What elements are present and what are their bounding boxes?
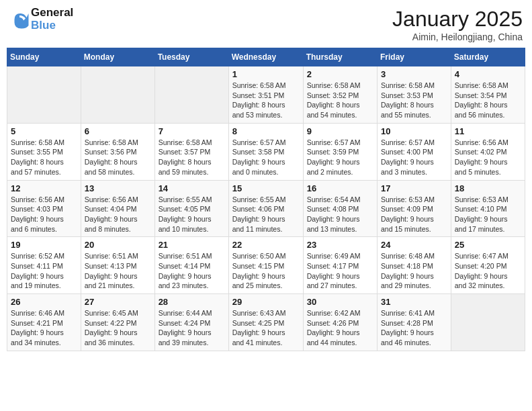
calendar-cell: 16Sunrise: 6:54 AM Sunset: 4:08 PM Dayli… (303, 180, 377, 237)
month-title: January 2025 (392, 7, 523, 32)
calendar-cell: 18Sunrise: 6:53 AM Sunset: 4:10 PM Dayli… (451, 180, 525, 237)
day-number: 9 (307, 126, 373, 136)
day-info: Sunrise: 6:54 AM Sunset: 4:08 PM Dayligh… (307, 195, 373, 234)
day-info: Sunrise: 6:52 AM Sunset: 4:11 PM Dayligh… (11, 251, 77, 291)
day-number: 24 (381, 240, 447, 250)
calendar-week-row: 19Sunrise: 6:52 AM Sunset: 4:11 PM Dayli… (7, 237, 525, 294)
calendar-cell (81, 66, 154, 124)
day-info: Sunrise: 6:55 AM Sunset: 4:06 PM Dayligh… (232, 195, 300, 234)
header-wednesday: Wednesday (228, 48, 303, 66)
calendar-week-row: 12Sunrise: 6:56 AM Sunset: 4:03 PM Dayli… (7, 180, 525, 237)
calendar-cell: 4Sunrise: 6:58 AM Sunset: 3:54 PM Daylig… (451, 66, 525, 124)
logo: General Blue (9, 7, 73, 32)
day-info: Sunrise: 6:58 AM Sunset: 3:54 PM Dayligh… (455, 81, 521, 120)
day-info: Sunrise: 6:58 AM Sunset: 3:52 PM Dayligh… (307, 81, 373, 120)
calendar-cell: 12Sunrise: 6:56 AM Sunset: 4:03 PM Dayli… (7, 180, 81, 237)
calendar-cell: 9Sunrise: 6:57 AM Sunset: 3:59 PM Daylig… (303, 123, 377, 180)
calendar-cell: 30Sunrise: 6:42 AM Sunset: 4:26 PM Dayli… (303, 294, 377, 351)
day-number: 8 (232, 126, 300, 136)
logo-text-line2: Blue (31, 19, 73, 32)
day-number: 19 (11, 240, 77, 250)
day-info: Sunrise: 6:56 AM Sunset: 4:03 PM Dayligh… (11, 195, 77, 234)
day-number: 1 (232, 69, 300, 79)
calendar-cell: 6Sunrise: 6:58 AM Sunset: 3:56 PM Daylig… (81, 123, 154, 180)
day-number: 26 (11, 297, 77, 307)
day-number: 2 (307, 69, 373, 79)
day-number: 12 (11, 183, 77, 193)
day-number: 4 (455, 69, 521, 79)
page-header: General Blue January 2025 Aimin, Heilong… (7, 7, 525, 42)
day-number: 27 (85, 297, 151, 307)
day-info: Sunrise: 6:58 AM Sunset: 3:51 PM Dayligh… (232, 81, 300, 120)
calendar-cell (451, 294, 525, 351)
day-info: Sunrise: 6:44 AM Sunset: 4:24 PM Dayligh… (159, 308, 225, 348)
day-number: 17 (381, 183, 447, 193)
day-number: 28 (159, 297, 225, 307)
header-tuesday: Tuesday (154, 48, 228, 66)
day-number: 23 (307, 240, 373, 250)
calendar-table: Sunday Monday Tuesday Wednesday Thursday… (7, 48, 525, 351)
day-info: Sunrise: 6:58 AM Sunset: 3:56 PM Dayligh… (85, 138, 151, 177)
day-info: Sunrise: 6:43 AM Sunset: 4:25 PM Dayligh… (232, 308, 300, 348)
calendar-cell: 24Sunrise: 6:48 AM Sunset: 4:18 PM Dayli… (378, 237, 451, 294)
day-info: Sunrise: 6:50 AM Sunset: 4:15 PM Dayligh… (232, 251, 300, 291)
calendar-cell: 2Sunrise: 6:58 AM Sunset: 3:52 PM Daylig… (303, 66, 377, 124)
calendar-cell: 10Sunrise: 6:57 AM Sunset: 4:00 PM Dayli… (378, 123, 451, 180)
calendar-cell: 23Sunrise: 6:49 AM Sunset: 4:17 PM Dayli… (303, 237, 377, 294)
calendar-cell (154, 66, 228, 124)
day-number: 6 (85, 126, 151, 136)
day-info: Sunrise: 6:46 AM Sunset: 4:21 PM Dayligh… (11, 308, 77, 348)
header-sunday: Sunday (7, 48, 81, 66)
calendar-cell: 19Sunrise: 6:52 AM Sunset: 4:11 PM Dayli… (7, 237, 81, 294)
calendar-cell: 5Sunrise: 6:58 AM Sunset: 3:55 PM Daylig… (7, 123, 81, 180)
day-info: Sunrise: 6:53 AM Sunset: 4:09 PM Dayligh… (381, 195, 447, 234)
day-number: 30 (307, 297, 373, 307)
day-info: Sunrise: 6:57 AM Sunset: 3:59 PM Dayligh… (307, 138, 373, 177)
day-info: Sunrise: 6:41 AM Sunset: 4:28 PM Dayligh… (381, 308, 447, 348)
day-info: Sunrise: 6:58 AM Sunset: 3:53 PM Dayligh… (381, 81, 447, 120)
calendar-cell: 7Sunrise: 6:58 AM Sunset: 3:57 PM Daylig… (154, 123, 228, 180)
header-thursday: Thursday (303, 48, 377, 66)
calendar-cell: 22Sunrise: 6:50 AM Sunset: 4:15 PM Dayli… (228, 237, 303, 294)
calendar-cell: 31Sunrise: 6:41 AM Sunset: 4:28 PM Dayli… (378, 294, 451, 351)
day-info: Sunrise: 6:51 AM Sunset: 4:14 PM Dayligh… (159, 251, 225, 291)
day-number: 7 (159, 126, 225, 136)
calendar-cell: 3Sunrise: 6:58 AM Sunset: 3:53 PM Daylig… (378, 66, 451, 124)
day-info: Sunrise: 6:55 AM Sunset: 4:05 PM Dayligh… (159, 195, 225, 234)
logo-icon (9, 9, 30, 30)
day-number: 22 (232, 240, 300, 250)
calendar-header-row: Sunday Monday Tuesday Wednesday Thursday… (7, 48, 525, 66)
calendar-week-row: 5Sunrise: 6:58 AM Sunset: 3:55 PM Daylig… (7, 123, 525, 180)
header-friday: Friday (378, 48, 451, 66)
header-saturday: Saturday (451, 48, 525, 66)
day-number: 13 (85, 183, 151, 193)
calendar-cell: 27Sunrise: 6:45 AM Sunset: 4:22 PM Dayli… (81, 294, 154, 351)
day-info: Sunrise: 6:48 AM Sunset: 4:18 PM Dayligh… (381, 251, 447, 291)
calendar-cell: 21Sunrise: 6:51 AM Sunset: 4:14 PM Dayli… (154, 237, 228, 294)
day-info: Sunrise: 6:47 AM Sunset: 4:20 PM Dayligh… (455, 251, 521, 291)
day-info: Sunrise: 6:57 AM Sunset: 4:00 PM Dayligh… (381, 138, 447, 177)
calendar-body: 1Sunrise: 6:58 AM Sunset: 3:51 PM Daylig… (7, 66, 525, 351)
logo-text-line1: General (31, 7, 73, 19)
day-number: 10 (381, 126, 447, 136)
day-number: 20 (85, 240, 151, 250)
title-section: January 2025 Aimin, Heilongjiang, China (392, 7, 523, 42)
day-number: 18 (455, 183, 521, 193)
day-number: 5 (11, 126, 77, 136)
day-number: 29 (232, 297, 300, 307)
day-info: Sunrise: 6:56 AM Sunset: 4:02 PM Dayligh… (455, 138, 521, 177)
calendar-cell: 28Sunrise: 6:44 AM Sunset: 4:24 PM Dayli… (154, 294, 228, 351)
day-info: Sunrise: 6:58 AM Sunset: 3:57 PM Dayligh… (159, 138, 225, 177)
day-info: Sunrise: 6:49 AM Sunset: 4:17 PM Dayligh… (307, 251, 373, 291)
day-info: Sunrise: 6:42 AM Sunset: 4:26 PM Dayligh… (307, 308, 373, 348)
day-number: 25 (455, 240, 521, 250)
calendar-cell: 20Sunrise: 6:51 AM Sunset: 4:13 PM Dayli… (81, 237, 154, 294)
calendar-cell: 15Sunrise: 6:55 AM Sunset: 4:06 PM Dayli… (228, 180, 303, 237)
location: Aimin, Heilongjiang, China (392, 32, 523, 42)
day-number: 21 (159, 240, 225, 250)
day-number: 16 (307, 183, 373, 193)
header-monday: Monday (81, 48, 154, 66)
calendar-cell: 14Sunrise: 6:55 AM Sunset: 4:05 PM Dayli… (154, 180, 228, 237)
day-info: Sunrise: 6:57 AM Sunset: 3:58 PM Dayligh… (232, 138, 300, 177)
calendar-cell: 8Sunrise: 6:57 AM Sunset: 3:58 PM Daylig… (228, 123, 303, 180)
